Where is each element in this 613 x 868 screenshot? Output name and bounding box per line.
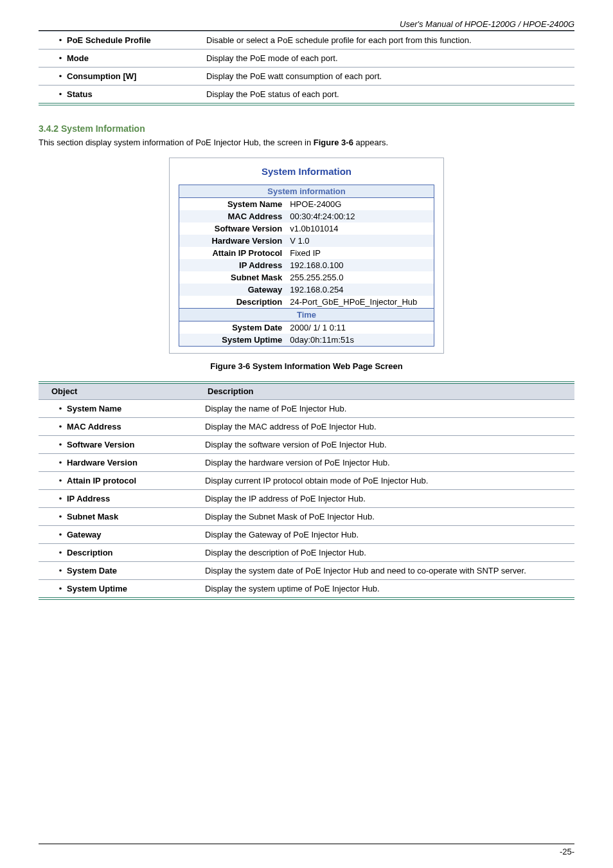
object-label: Mode bbox=[67, 53, 89, 63]
object-label: MAC Address bbox=[67, 422, 121, 431]
info-row: System NameHPOE-2400G bbox=[179, 198, 434, 211]
object-cell: •Attain IP protocol bbox=[39, 472, 205, 490]
object-cell: •MAC Address bbox=[39, 418, 205, 436]
object-label: Subnet Mask bbox=[67, 512, 118, 521]
info-key: Gateway bbox=[179, 284, 287, 296]
object-cell: •System Uptime bbox=[39, 580, 205, 599]
object-cell: •Description bbox=[39, 544, 205, 562]
info-row: IP Address192.168.0.100 bbox=[179, 259, 434, 271]
info-value: Fixed IP bbox=[286, 247, 434, 259]
object-cell: •Subnet Mask bbox=[39, 508, 205, 526]
manual-header: User's Manual of HPOE-1200G / HPOE-2400G bbox=[39, 19, 574, 29]
description-cell: Display the system uptime of PoE Injecto… bbox=[205, 580, 574, 599]
info-key: IP Address bbox=[179, 259, 287, 271]
info-key: System Name bbox=[179, 198, 287, 211]
object-cell: •Software Version bbox=[39, 436, 205, 454]
page-number: -25- bbox=[560, 847, 574, 856]
info-key: Description bbox=[179, 296, 287, 309]
info-value: 00:30:4f:24:00:12 bbox=[286, 210, 434, 222]
description-cell: Display the system date of PoE Injector … bbox=[205, 562, 574, 580]
description-cell: Display the description of PoE Injector … bbox=[205, 544, 574, 562]
table-row: •System UptimeDisplay the system uptime … bbox=[39, 580, 574, 599]
group-header: Time bbox=[179, 309, 434, 321]
description-cell: Display the hardware version of PoE Inje… bbox=[205, 454, 574, 472]
description-cell: Display the Subnet Mask of PoE Injector … bbox=[205, 508, 574, 526]
section-description: This section display system information … bbox=[39, 138, 574, 147]
info-value: 24-Port_GbE_HPoE_Injector_Hub bbox=[286, 296, 434, 309]
top-definition-table: •PoE Schedule ProfileDisable or select a… bbox=[39, 31, 574, 105]
figure-caption: Figure 3-6 System Information Web Page S… bbox=[39, 361, 574, 371]
table-row: •GatewayDisplay the Gateway of PoE Injec… bbox=[39, 526, 574, 544]
table-row: •MAC AddressDisplay the MAC address of P… bbox=[39, 418, 574, 436]
info-value: 192.168.0.254 bbox=[286, 284, 434, 296]
object-label: Hardware Version bbox=[67, 458, 138, 467]
bullet-icon: • bbox=[57, 440, 64, 449]
info-row: Subnet Mask255.255.255.0 bbox=[179, 271, 434, 284]
info-key: Hardware Version bbox=[179, 235, 287, 247]
info-row: Attain IP ProtocolFixed IP bbox=[179, 247, 434, 259]
info-value: 255.255.255.0 bbox=[286, 271, 434, 284]
object-label: Attain IP protocol bbox=[67, 476, 136, 485]
object-cell: •Status bbox=[39, 86, 206, 105]
bullet-icon: • bbox=[57, 422, 64, 431]
figure-caption-ref: Figure 3-6 bbox=[210, 361, 250, 371]
info-row: Description24-Port_GbE_HPoE_Injector_Hub bbox=[179, 296, 434, 309]
table-row: •System NameDisplay the name of PoE Inje… bbox=[39, 400, 574, 418]
info-row: Software Versionv1.0b101014 bbox=[179, 222, 434, 235]
object-label: Gateway bbox=[67, 530, 101, 539]
page-footer: -25- bbox=[39, 844, 574, 856]
description-cell: Disable or select a PoE schedule profile… bbox=[206, 32, 574, 50]
info-value: v1.0b101014 bbox=[286, 222, 434, 235]
object-cell: •System Name bbox=[39, 400, 205, 418]
description-cell: Display the Gateway of PoE Injector Hub. bbox=[205, 526, 574, 544]
info-row: System Uptime0day:0h:11m:51s bbox=[179, 334, 434, 347]
object-column-header: Object bbox=[39, 383, 205, 400]
description-cell: Display the MAC address of PoE Injector … bbox=[205, 418, 574, 436]
info-row: Gateway192.168.0.254 bbox=[179, 284, 434, 296]
info-value: HPOE-2400G bbox=[286, 198, 434, 211]
description-cell: Display the PoE mode of each port. bbox=[206, 50, 574, 68]
table-row: •Attain IP protocolDisplay current IP pr… bbox=[39, 472, 574, 490]
info-key: MAC Address bbox=[179, 210, 287, 222]
bullet-icon: • bbox=[57, 476, 64, 485]
info-key: Subnet Mask bbox=[179, 271, 287, 284]
object-label: System Name bbox=[67, 404, 121, 413]
section-heading: 3.4.2 System Information bbox=[39, 123, 574, 134]
info-key: Software Version bbox=[179, 222, 287, 235]
object-cell: •IP Address bbox=[39, 490, 205, 508]
info-key: System Uptime bbox=[179, 334, 287, 347]
table-row: •Software VersionDisplay the software ve… bbox=[39, 436, 574, 454]
info-value: 2000/ 1/ 1 0:11 bbox=[286, 321, 434, 334]
description-cell: Display the software version of PoE Inje… bbox=[205, 436, 574, 454]
object-label: System Uptime bbox=[67, 584, 127, 593]
object-cell: •System Date bbox=[39, 562, 205, 580]
info-row: MAC Address00:30:4f:24:00:12 bbox=[179, 210, 434, 222]
table-row: •Subnet MaskDisplay the Subnet Mask of P… bbox=[39, 508, 574, 526]
bullet-icon: • bbox=[57, 89, 64, 99]
table-row: •PoE Schedule ProfileDisable or select a… bbox=[39, 32, 574, 50]
table-row: •Hardware VersionDisplay the hardware ve… bbox=[39, 454, 574, 472]
info-value: 0day:0h:11m:51s bbox=[286, 334, 434, 347]
figure-caption-text: System Information Web Page Screen bbox=[250, 361, 402, 371]
bullet-icon: • bbox=[57, 512, 64, 521]
object-label: PoE Schedule Profile bbox=[67, 35, 151, 45]
table-row: •DescriptionDisplay the description of P… bbox=[39, 544, 574, 562]
section-desc-text: This section display system information … bbox=[39, 138, 314, 147]
table-row: •StatusDisplay the PoE status of each po… bbox=[39, 86, 574, 105]
bullet-icon: • bbox=[57, 494, 64, 503]
object-label: System Date bbox=[67, 566, 117, 575]
bullet-icon: • bbox=[57, 71, 64, 81]
description-cell: Display current IP protocol obtain mode … bbox=[205, 472, 574, 490]
description-cell: Display the name of PoE Injector Hub. bbox=[205, 400, 574, 418]
description-cell: Display the IP address of PoE Injector H… bbox=[205, 490, 574, 508]
object-cell: •PoE Schedule Profile bbox=[39, 32, 206, 50]
object-label: Status bbox=[67, 89, 93, 99]
definition-table: Object Description •System NameDisplay t… bbox=[39, 381, 574, 600]
info-key: Attain IP Protocol bbox=[179, 247, 287, 259]
info-row: Hardware VersionV 1.0 bbox=[179, 235, 434, 247]
bullet-icon: • bbox=[57, 584, 64, 593]
bullet-icon: • bbox=[57, 53, 64, 63]
object-cell: •Hardware Version bbox=[39, 454, 205, 472]
table-row: •IP AddressDisplay the IP address of PoE… bbox=[39, 490, 574, 508]
bullet-icon: • bbox=[57, 566, 64, 575]
